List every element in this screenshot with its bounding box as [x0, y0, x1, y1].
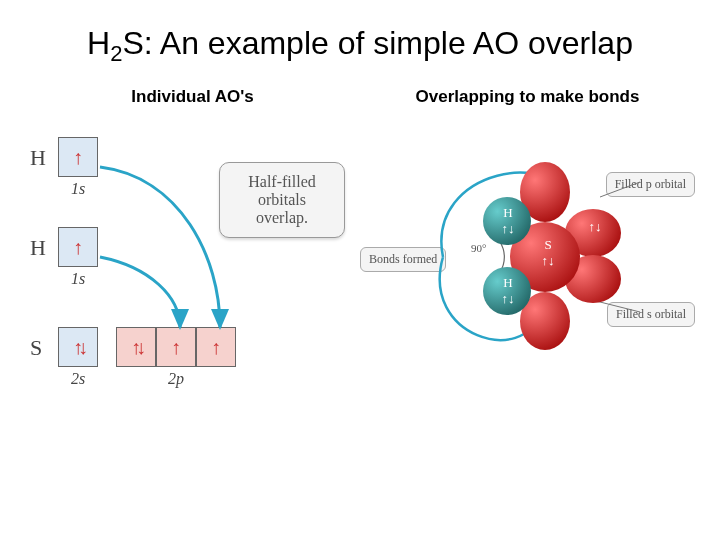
spin-arrow: ↑ [171, 336, 181, 359]
title-sub: 2 [110, 41, 122, 66]
orbital-group: ↑ 1s [58, 137, 98, 198]
atom-row: H ↑ 1s [30, 137, 98, 198]
atom-row: S ↑↓ 2s ↑↓ ↑ ↑ 2p [30, 327, 236, 388]
spin-arrow: ↑↓ [73, 336, 83, 359]
orbital-box: ↑↓ [58, 327, 98, 367]
orbital-box: ↑↓ [116, 327, 156, 367]
orbital-sublabel: 2s [71, 370, 85, 388]
atom-text: H↑↓ [493, 275, 523, 307]
spin-arrow: ↑↓ [131, 336, 141, 359]
title-rest: S: An example of simple AO overlap [122, 25, 632, 61]
molecule-diagram: Bonds formed Filled p orbital Filled s o… [365, 137, 690, 397]
left-heading: Individual AO's [30, 87, 355, 107]
atom-label-H2: H [30, 227, 58, 261]
atom-label-S: S [30, 327, 58, 361]
atom-text: S↑↓ [533, 237, 563, 269]
spin-arrow: ↑ [73, 236, 83, 259]
orbital-diagram: H ↑ 1s H ↑ 1s S [30, 137, 355, 417]
orbital-group: ↑↓ ↑ ↑ 2p [116, 327, 236, 388]
title-prefix: H [87, 25, 110, 61]
atom-label-H1: H [30, 137, 58, 171]
right-column: Overlapping to make bonds Bonds formed F… [365, 87, 690, 417]
orbital-sublabel: 1s [71, 180, 85, 198]
atom-text: H↑↓ [493, 205, 523, 237]
orbital-sublabel: 1s [71, 270, 85, 288]
callout-box: Half-filled orbitals overlap. [219, 162, 345, 238]
orbital-box: ↑ [156, 327, 196, 367]
page-title: H2S: An example of simple AO overlap [30, 25, 690, 67]
orbital-group: ↑↓ 2s [58, 327, 98, 388]
orbital-sublabel: 2p [168, 370, 184, 388]
right-heading: Overlapping to make bonds [365, 87, 690, 107]
orbital-box: ↑ [58, 137, 98, 177]
svg-line-0 [600, 182, 640, 197]
orbital-box: ↑ [196, 327, 236, 367]
spin-arrow: ↑ [73, 146, 83, 169]
spin-text: ↑↓ [580, 219, 610, 235]
atom-row: H ↑ 1s [30, 227, 98, 288]
orbital-group: ↑ 1s [58, 227, 98, 288]
orbital-box: ↑ [58, 227, 98, 267]
spin-arrow: ↑ [211, 336, 221, 359]
left-column: Individual AO's H ↑ 1s H ↑ [30, 87, 355, 417]
